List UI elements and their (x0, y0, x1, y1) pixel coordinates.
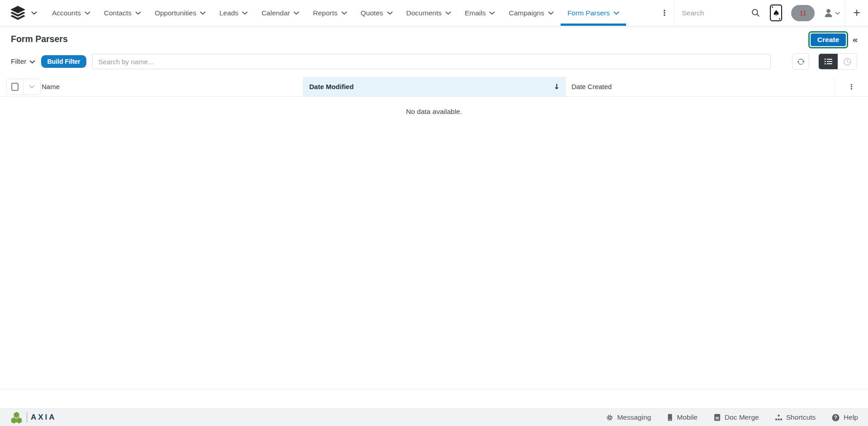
sort-descending-icon: ↓ (554, 82, 560, 91)
column-header-date-modified[interactable]: Date Modified ↓ (303, 77, 566, 96)
checkbox (11, 83, 19, 91)
nav-item-label: Contacts (104, 9, 132, 17)
brand-name: AXIA (31, 413, 57, 422)
content-spacer (0, 116, 868, 389)
table-options-button[interactable]: ⋮ (835, 77, 868, 96)
header-actions: Create « (808, 31, 858, 48)
chevron-down-icon (387, 11, 393, 15)
nav-item-label: Leads (219, 9, 238, 17)
chevron-down-icon (293, 11, 299, 15)
nav-item-label: Campaigns (509, 9, 544, 17)
filter-dropdown[interactable]: Filter (11, 57, 35, 66)
refresh-button[interactable] (792, 53, 809, 70)
chevron-down-icon (489, 11, 495, 15)
nav-item-contacts[interactable]: Contacts (97, 0, 148, 26)
chevron-down-icon (548, 11, 554, 15)
nav-item-accounts[interactable]: Accounts (45, 0, 97, 26)
create-button[interactable]: Create (811, 33, 846, 46)
nav-item-campaigns[interactable]: Campaigns (502, 0, 560, 26)
nav-item-label: Opportunities (155, 9, 196, 17)
help-icon: ? (832, 414, 840, 421)
nav-item-quotes[interactable]: Quotes (354, 0, 400, 26)
column-header-name[interactable]: Name (42, 77, 303, 96)
mobile-icon (667, 414, 673, 421)
doc-merge-icon (714, 414, 721, 421)
refresh-icon (797, 58, 805, 66)
nav-item-label: Emails (465, 9, 486, 17)
search-by-name-input[interactable] (92, 54, 771, 69)
search-icon (751, 9, 760, 17)
gear-icon (606, 414, 613, 421)
more-modules-button[interactable]: ⋮ (655, 9, 674, 17)
empty-state-message: No data available. (0, 97, 868, 116)
footer-links: MessagingMobileDoc MergeShortcuts?Help (606, 413, 858, 421)
top-navigation-bar: AccountsContactsOpportunitiesLeadsCalend… (0, 0, 868, 26)
collapse-panel-icon[interactable]: « (852, 34, 858, 45)
nav-item-reports[interactable]: Reports (306, 0, 354, 26)
nav-item-emails[interactable]: Emails (458, 0, 502, 26)
spade-card-icon[interactable]: ♠ (770, 5, 782, 21)
footer-link-shortcuts[interactable]: Shortcuts (775, 413, 816, 421)
axia-logo: AXIA (10, 412, 57, 424)
footer-link-messaging[interactable]: Messaging (606, 413, 651, 421)
nav-item-label: Form Parsers (567, 9, 610, 17)
footer-link-help[interactable]: ?Help (832, 413, 858, 421)
search-button[interactable] (747, 9, 764, 17)
spade-glyph: ♠ (773, 9, 780, 17)
global-search-input[interactable] (675, 9, 747, 17)
footer-link-label: Help (844, 413, 858, 421)
chevron-down-icon (29, 85, 35, 89)
select-column (0, 77, 42, 96)
footer: AXIA MessagingMobileDoc MergeShortcuts?H… (0, 408, 868, 426)
create-button-focus-ring: Create (808, 31, 848, 48)
footer-link-doc-merge[interactable]: Doc Merge (714, 413, 759, 421)
chevron-down-icon (135, 11, 141, 15)
filter-label: Filter (11, 57, 26, 66)
stack-icon (10, 6, 26, 20)
card-corner-dot (779, 18, 780, 19)
page-title: Form Parsers (11, 34, 68, 44)
chevron-down-icon (613, 11, 619, 15)
chevron-down-icon (29, 60, 35, 64)
nav-right-cluster: ⋮ ♠ 11 + (655, 0, 868, 26)
footer-link-mobile[interactable]: Mobile (667, 413, 698, 421)
select-options-dropdown[interactable] (24, 79, 40, 95)
nav-item-label: Documents (406, 9, 442, 17)
page: AccountsContactsOpportunitiesLeadsCalend… (0, 0, 868, 426)
nav-item-form-parsers[interactable]: Form Parsers (561, 0, 626, 26)
chevron-down-icon (31, 11, 37, 15)
nav-item-opportunities[interactable]: Opportunities (148, 0, 212, 26)
chevron-down-icon (200, 11, 206, 15)
recently-viewed-button[interactable] (838, 54, 857, 69)
footer-link-label: Shortcuts (786, 413, 816, 421)
svg-text:?: ? (834, 415, 837, 420)
chevron-down-icon (341, 11, 347, 15)
nav-item-calendar[interactable]: Calendar (255, 0, 306, 26)
app-logo-menu[interactable] (10, 6, 37, 20)
column-label: Date Modified (309, 83, 354, 90)
list-view-icon (825, 58, 832, 65)
nav-item-leads[interactable]: Leads (212, 0, 255, 26)
view-toggle-group (818, 53, 857, 70)
notification-badge[interactable]: 11 (791, 5, 815, 21)
chevron-down-icon (445, 11, 451, 15)
quick-create-button[interactable]: + (845, 7, 868, 19)
page-header: Form Parsers Create « (0, 26, 868, 50)
clock-icon (843, 57, 852, 66)
user-menu[interactable] (818, 8, 845, 18)
build-filter-button[interactable]: Build Filter (41, 55, 86, 68)
column-header-date-created[interactable]: Date Created (566, 77, 835, 96)
nav-item-label: Quotes (361, 9, 383, 17)
select-all-group (6, 79, 41, 95)
list-view-button[interactable] (819, 54, 838, 69)
select-all-checkbox[interactable] (7, 79, 24, 95)
footer-link-label: Mobile (677, 413, 698, 421)
nav-item-documents[interactable]: Documents (400, 0, 458, 26)
chevron-down-icon (835, 12, 840, 15)
person-icon (823, 8, 834, 18)
nav-menu: AccountsContactsOpportunitiesLeadsCalend… (45, 0, 626, 26)
logo-divider (27, 412, 27, 422)
kebab-menu-icon: ⋮ (848, 83, 855, 91)
card-corner-dot (772, 6, 773, 8)
hexagon-cluster-icon (10, 412, 23, 424)
